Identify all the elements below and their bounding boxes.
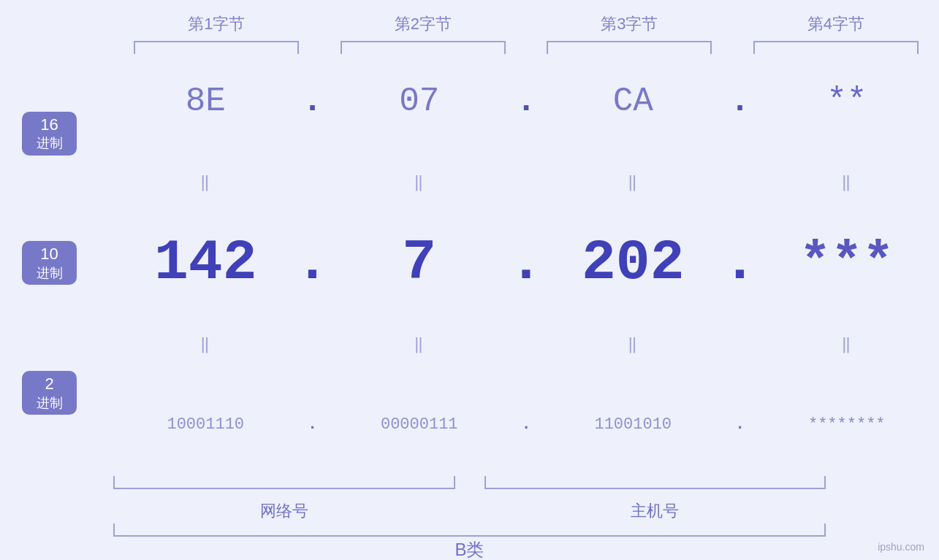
network-bracket: [113, 476, 455, 489]
bin-dot2-sym: .: [521, 415, 531, 434]
eq1-b1: ‖: [113, 172, 298, 192]
dec-row-content: 142 . 7 . 202 .: [113, 231, 939, 295]
bin-badge: 2 进制: [22, 371, 77, 415]
dec-dot3-sym: .: [723, 231, 757, 295]
eq1-b4: ‖: [755, 172, 940, 192]
dec-dot2: .: [512, 231, 541, 295]
eq2-sym2: ‖: [414, 334, 425, 354]
dec-badge: 10 进制: [22, 241, 77, 285]
bin-dot3: .: [726, 415, 755, 434]
eq1-b2: ‖: [327, 172, 512, 192]
bin-b2: 00000111: [327, 415, 512, 434]
content-area: 16 进制 10 进制 2 进制 8E .: [0, 54, 939, 472]
hex-dot3: .: [726, 83, 755, 120]
hex-dot2: .: [512, 83, 541, 120]
bin-dot2: .: [512, 415, 541, 434]
hex-dot1: .: [298, 83, 327, 120]
hex-b4-val: **: [826, 83, 867, 120]
eq2-sym1: ‖: [200, 334, 211, 354]
class-label: B类: [455, 538, 484, 561]
dec-dot1: .: [298, 231, 327, 295]
byte2-label: 第2字节: [395, 13, 452, 35]
brackets-row: [0, 472, 939, 498]
dec-b3-val: 202: [582, 231, 684, 295]
bin-b1: 10001110: [113, 415, 298, 434]
dec-dot2-sym: .: [509, 231, 544, 295]
dec-b4: ***: [755, 233, 940, 293]
byte1-bracket: [134, 41, 299, 54]
bin-b3: 11001010: [541, 415, 726, 434]
dec-num: 10: [40, 244, 58, 265]
eq2-sym4: ‖: [841, 334, 852, 354]
bin-dot3-sym: .: [735, 415, 745, 434]
byte4-bracket: [753, 41, 919, 54]
eq2-b4: ‖: [755, 334, 940, 354]
dec-row: 142 . 7 . 202 .: [113, 223, 939, 304]
dec-b2: 7: [327, 231, 512, 295]
hex-dot3-sym: .: [730, 83, 750, 120]
row-labels: 16 进制 10 进制 2 进制: [0, 54, 113, 472]
hex-row: 8E . 07 . CA .: [113, 54, 939, 142]
dec-dot1-sym: .: [295, 231, 330, 295]
byte3-bracket: [547, 41, 712, 54]
equals-row-2: ‖ ‖ ‖ ‖: [113, 304, 939, 385]
left-spacer: [0, 13, 113, 54]
hex-badge: 16 进制: [22, 112, 77, 156]
hex-dot1-sym: .: [303, 83, 323, 120]
eq1-sym4: ‖: [841, 172, 852, 192]
byte3-label: 第3字节: [601, 13, 658, 35]
bin-dot1-sym: .: [308, 415, 317, 434]
byte-columns: 第1字节 第2字节 第3字节 第4字节: [113, 13, 939, 54]
eq1-sym2: ‖: [414, 172, 425, 192]
hex-b3-val: CA: [613, 83, 653, 120]
bin-b4: ********: [755, 415, 940, 434]
byte3-col-header: 第3字节: [526, 13, 733, 54]
dec-dot3: .: [726, 231, 755, 295]
bottom-section: 网络号 主机号 B类: [0, 472, 939, 560]
host-label: 主机号: [484, 500, 826, 522]
bin-dot1: .: [298, 415, 327, 434]
bin-b4-val: ********: [808, 415, 886, 434]
class-bracket: [113, 523, 826, 537]
dec-b1-val: 142: [154, 231, 256, 295]
bracket-spacer: [455, 472, 484, 498]
big-bracket-row: [0, 523, 939, 537]
bottom-labels-row: 网络号 主机号: [0, 498, 939, 523]
dec-b2-val: 7: [402, 231, 436, 295]
eq2-b1: ‖: [113, 334, 298, 354]
hex-b1: 8E: [113, 83, 298, 120]
hex-b3: CA: [541, 83, 726, 120]
bin-b1-val: 10001110: [167, 415, 244, 434]
bin-row: 10001110 . 00000111 . 11001010: [113, 384, 939, 472]
eq1-sym1: ‖: [200, 172, 211, 192]
eq1-sym3: ‖: [628, 172, 639, 192]
hex-dot2-sym: .: [516, 83, 536, 120]
bin-unit: 进制: [37, 395, 63, 412]
dec-unit: 进制: [37, 265, 63, 282]
hex-num: 16: [40, 115, 58, 136]
byte4-col-header: 第4字节: [733, 13, 940, 54]
dec-b1: 142: [113, 231, 298, 295]
hex-b2: 07: [327, 83, 512, 120]
eq2-b3: ‖: [541, 334, 726, 354]
dec-b3: 202: [541, 231, 726, 295]
bin-row-content: 10001110 . 00000111 . 11001010: [113, 415, 939, 434]
data-rows: 8E . 07 . CA .: [113, 54, 939, 472]
byte1-label: 第1字节: [188, 13, 245, 35]
eq2-sym3: ‖: [628, 334, 639, 354]
hex-row-content: 8E . 07 . CA .: [113, 83, 939, 120]
hex-unit: 进制: [37, 135, 63, 152]
host-bracket: [484, 476, 826, 489]
hex-b4: **: [755, 83, 940, 120]
class-label-row: B类: [0, 537, 939, 560]
equals-row-1: ‖ ‖ ‖ ‖: [113, 142, 939, 223]
header-row: 第1字节 第2字节 第3字节 第4字节: [0, 0, 939, 54]
byte2-bracket: [341, 41, 506, 54]
watermark: ipshu.com: [878, 541, 924, 553]
byte4-label: 第4字节: [807, 13, 864, 35]
hex-b1-val: 8E: [186, 83, 226, 120]
bin-b3-val: 11001010: [594, 415, 672, 434]
byte1-col-header: 第1字节: [113, 13, 320, 54]
main-container: 第1字节 第2字节 第3字节 第4字节 16 进制: [0, 0, 939, 560]
network-label: 网络号: [113, 500, 455, 522]
